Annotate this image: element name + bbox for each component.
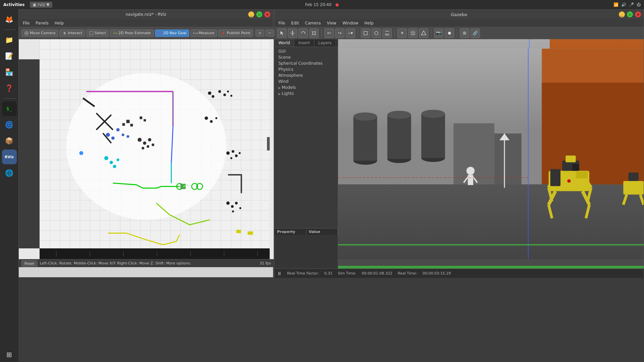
gz-tab-insert[interactable]: Insert	[294, 39, 314, 47]
app-icon: ▣	[33, 2, 36, 7]
zoom-out-button[interactable]: −	[266, 29, 274, 37]
tree-item-atmosphere[interactable]: Atmosphere	[276, 72, 336, 78]
rviz-statusbar: Reset Left-Click: Rotate. Middle-Click: …	[19, 259, 274, 267]
gz-rotate-tool[interactable]	[299, 28, 308, 38]
pose-estimate-button[interactable]: 2D Pose Estimate	[110, 29, 154, 37]
select-button[interactable]: Select	[86, 29, 109, 37]
svg-point-92	[385, 34, 389, 35]
svg-point-22	[218, 90, 221, 93]
svg-rect-18	[236, 230, 241, 233]
gz-box-tool[interactable]	[361, 28, 370, 38]
svg-point-24	[227, 90, 229, 93]
rviz-maximize-button[interactable]: □	[256, 11, 262, 17]
sidebar-app-swirl[interactable]: 🌀	[2, 117, 17, 132]
svg-point-106	[354, 113, 377, 121]
svg-point-21	[212, 95, 214, 98]
svg-point-112	[421, 110, 445, 118]
svg-rect-70	[40, 248, 270, 259]
rviz-close-button[interactable]: ✕	[264, 11, 270, 17]
gazebo-menu-view[interactable]: View	[324, 20, 339, 26]
rviz-menu-file[interactable]: File	[20, 20, 32, 26]
sidebar-app-rviz[interactable]: RViz	[2, 149, 17, 164]
svg-rect-105	[354, 117, 377, 161]
move-camera-button[interactable]: Move Camera	[21, 29, 58, 37]
gz-record-tool[interactable]: ⏺	[445, 28, 454, 38]
sidebar-app-terminal[interactable]: $_	[2, 101, 17, 116]
gazebo-maximize-button[interactable]: □	[627, 11, 633, 17]
select-icon	[89, 31, 94, 36]
svg-marker-81	[292, 35, 293, 36]
gz-sun-tool[interactable]: ☀	[397, 28, 407, 38]
svg-point-25	[230, 95, 232, 97]
tree-item-lights[interactable]: Lights	[276, 90, 336, 97]
svg-rect-101	[542, 82, 644, 184]
svg-point-40	[143, 141, 146, 145]
sidebar-app-text[interactable]: 📝	[2, 49, 17, 63]
pause-button[interactable]: ⏸	[277, 271, 282, 276]
rviz-menu-panels[interactable]: Panels	[33, 20, 51, 26]
gazebo-minimize-button[interactable]: _	[619, 11, 625, 17]
rviz-canvas[interactable]	[40, 39, 270, 248]
interact-button[interactable]: Interact	[59, 29, 85, 37]
gz-scale-tool[interactable]	[309, 28, 319, 38]
svg-point-49	[126, 135, 129, 138]
gz-translate-tool[interactable]	[288, 28, 297, 38]
gz-select-tool[interactable]	[277, 28, 286, 38]
svg-point-45	[106, 133, 110, 137]
sidebar-app-package[interactable]: 📦	[2, 133, 17, 148]
gz-cylinder-tool[interactable]	[382, 28, 392, 38]
svg-marker-6	[162, 33, 162, 34]
gz-snap-tool[interactable]: 🔗	[471, 28, 480, 38]
gazebo-menu-file[interactable]: File	[276, 20, 288, 26]
svg-point-35	[231, 205, 234, 208]
resize-handle[interactable]	[267, 137, 270, 150]
svg-marker-80	[292, 31, 293, 32]
tree-item-scene[interactable]: Scene	[276, 54, 336, 60]
svg-point-41	[148, 138, 151, 141]
gazebo-menu-window[interactable]: Window	[340, 20, 361, 26]
publish-point-button[interactable]: Publish Point	[218, 29, 253, 37]
nav-goal-button[interactable]: 2D Nav Goal	[155, 29, 189, 37]
svg-marker-4	[117, 33, 117, 34]
gz-tab-world[interactable]: World	[274, 39, 294, 47]
gazebo-close-button[interactable]: ✕	[635, 11, 641, 17]
tree-item-models[interactable]: Models	[276, 84, 336, 90]
svg-rect-19	[248, 231, 253, 235]
app-indicator[interactable]: ▣ rviz ▼	[30, 2, 52, 8]
rviz-menu-help[interactable]: Help	[52, 20, 66, 26]
svg-point-30	[232, 150, 234, 153]
sidebar-app-help[interactable]: ❓	[2, 81, 17, 96]
gazebo-world-tabs: World Insert Layers	[274, 39, 338, 47]
gazebo-menu-edit[interactable]: Edit	[288, 20, 302, 26]
gz-redo-tool[interactable]: ↪	[335, 28, 344, 38]
gz-wireframe-tool[interactable]	[419, 28, 428, 38]
gazebo-viewport[interactable]	[338, 39, 644, 268]
gazebo-title: Gazebo	[451, 12, 467, 17]
gz-screenshot-tool[interactable]: 📷	[434, 28, 443, 38]
reset-button[interactable]: Reset	[21, 260, 37, 266]
svg-point-13	[66, 73, 226, 220]
tree-item-physics[interactable]: Physics	[276, 66, 336, 72]
sidebar-app-globe[interactable]: 🌐	[2, 166, 17, 180]
sidebar-app-files[interactable]: 📁	[2, 33, 17, 47]
gz-undo-tool[interactable]: ↩	[324, 28, 334, 38]
gazebo-menu-help[interactable]: Help	[362, 20, 376, 26]
gz-align-tool[interactable]: ⊞	[460, 28, 469, 38]
zoom-in-button[interactable]: +	[256, 29, 264, 37]
gz-grid-tool[interactable]	[408, 28, 418, 38]
sidebar-app-firefox[interactable]: 🦊	[2, 12, 17, 27]
activities-button[interactable]: Activities	[3, 2, 24, 7]
rviz-minimize-button[interactable]: _	[248, 11, 254, 17]
svg-point-44	[152, 143, 154, 146]
gz-tab-layers[interactable]: Layers	[314, 39, 336, 47]
measure-button[interactable]: Measure	[191, 29, 217, 37]
gazebo-menu-camera[interactable]: Camera	[302, 20, 323, 26]
svg-rect-83	[313, 32, 315, 35]
sidebar-app-store[interactable]: 🏪	[2, 65, 17, 79]
gz-undo-history-tool[interactable]: ↩▼	[346, 28, 355, 38]
tree-item-spherical[interactable]: Spherical Coordinates	[276, 60, 336, 66]
tree-item-wind[interactable]: Wind	[276, 78, 336, 84]
gz-sphere-tool[interactable]	[372, 28, 381, 38]
sidebar-app-grid[interactable]: ⊞	[2, 347, 17, 362]
tree-item-gui[interactable]: GUI	[276, 48, 336, 54]
